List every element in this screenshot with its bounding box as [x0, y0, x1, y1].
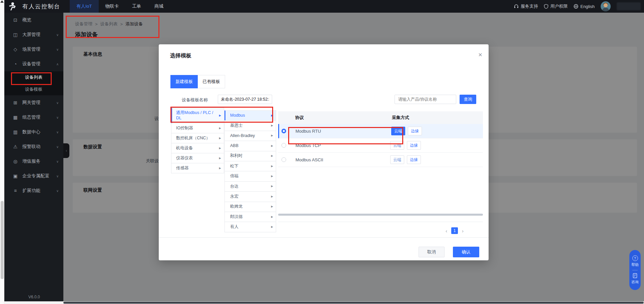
cloud-mode-button[interactable]: 云端 — [390, 141, 404, 150]
sidebar-item-configuration-management[interactable]: ▦ 组态管理 ∨ — [4, 110, 63, 125]
brand-modbus[interactable]: Modbus ▶ — [224, 110, 276, 121]
help-question-icon[interactable]: ? — [632, 255, 638, 261]
cloud-mode-button[interactable]: 云端 — [390, 155, 404, 164]
protocol-column-header: 协议 — [295, 115, 304, 121]
top-tab-usr-iot[interactable]: 有人IoT — [70, 0, 99, 13]
category-instruments[interactable]: 仪器仪表 ▶ — [171, 153, 224, 163]
radio-unselected-icon[interactable] — [281, 157, 286, 162]
table-row-modbus-tcp[interactable]: Modbus TCP 云端 边缘 — [278, 138, 483, 153]
sidebar-item-scene-management[interactable]: ◇ 场景管理 ∨ — [4, 42, 63, 57]
user-permission-button[interactable]: 用户权限 — [544, 3, 568, 9]
caret-right-icon: ▶ — [271, 124, 273, 127]
top-tab-iot-card[interactable]: 物联卡 — [99, 0, 126, 13]
sidebar-item-device-management[interactable]: ◔ 设备管理 ∧ — [4, 57, 63, 71]
cloud-mode-button[interactable]: 云端 — [391, 127, 405, 135]
category-generic-modbus-plc[interactable]: 通用Modbus / PLC / DL ▶ — [171, 108, 224, 123]
template-mode-tabs: 新建模板 已有模板 — [170, 75, 225, 88]
sidebar-item-device-list[interactable]: 设备列表 — [4, 71, 63, 83]
page-next-icon[interactable]: › — [462, 228, 464, 234]
radio-unselected-icon[interactable] — [281, 143, 286, 148]
screen-icon: ◫ — [13, 32, 18, 37]
confirm-button[interactable]: 确认 — [453, 247, 479, 257]
shield-icon — [544, 4, 548, 9]
sidebar-item-data-center[interactable]: ▥ 数据中心 ∨ — [4, 125, 63, 139]
edge-mode-button[interactable]: 边缘 — [408, 127, 422, 135]
page-prev-icon[interactable]: ‹ — [446, 228, 447, 234]
vertical-scrollbar-thumb[interactable] — [1, 201, 4, 279]
version-label: V6.0.0 — [28, 295, 40, 299]
table-row-modbus-ascii[interactable]: Modbus ASCII 云端 边缘 — [278, 153, 483, 167]
tab-new-template[interactable]: 新建模板 — [170, 75, 198, 88]
category-io-controller[interactable]: IO控制器 ▶ — [171, 123, 224, 133]
caret-right-icon: ▶ — [271, 205, 273, 208]
edge-mode-button[interactable]: 边缘 — [407, 141, 421, 150]
sidebar-item-overview[interactable]: ⊡ 概览 — [4, 13, 63, 27]
chevron-down-icon: ∨ — [56, 174, 59, 178]
brand-langhande[interactable]: 郎汉德 ▶ — [224, 212, 276, 222]
scroll-up-arrow-icon[interactable] — [0, 0, 4, 3]
horizontal-scrollbar-track[interactable] — [4, 301, 644, 304]
sidebar-item-value-added-services[interactable]: ◎ 增值服务 ∨ — [4, 154, 63, 169]
extensions-icon: ≡ — [13, 188, 18, 193]
caret-right-icon: ▶ — [271, 165, 273, 168]
caret-right-icon: ▶ — [271, 185, 273, 188]
value-added-icon: ◎ — [13, 159, 18, 164]
sidebar-navigation: ⊡ 概览 ◫ 大屏管理 ∨ ◇ 场景管理 ∨ ◔ 设备管理 ∧ 设备列表 设备模… — [4, 13, 63, 304]
search-input[interactable] — [395, 95, 456, 104]
chevron-down-icon: ∨ — [56, 160, 59, 163]
sidebar-item-device-template[interactable]: 设备模板 — [4, 83, 63, 95]
user-avatar[interactable] — [601, 1, 611, 11]
consult-doc-icon[interactable] — [632, 273, 638, 278]
protocol-table: 协议 采集方式 Modbus RTU 云端 边缘 Modbus TCP 云端 边… — [278, 111, 483, 222]
page-number-current[interactable]: 1 — [451, 227, 458, 234]
horizontal-scrollbar-thumb[interactable] — [63, 302, 644, 304]
top-tab-mall[interactable]: 商城 — [148, 0, 170, 13]
close-icon[interactable]: × — [476, 51, 484, 59]
edge-mode-button[interactable]: 边缘 — [407, 155, 421, 164]
cancel-button[interactable]: 取消 — [419, 247, 445, 257]
sidebar-item-extended-functions[interactable]: ≡ 扩展功能 ∨ — [4, 183, 63, 198]
top-tab-work-order[interactable]: 工单 — [125, 0, 148, 13]
consult-label[interactable]: 咨询 — [631, 280, 639, 285]
brand-beckhoff[interactable]: 倍福 ▶ — [224, 171, 276, 181]
device-management-submenu: 设备列表 设备模板 — [4, 71, 63, 95]
topbar-right-cluster: 服务支持 用户权限 English — [514, 1, 641, 11]
service-support-button[interactable]: 服务支持 — [514, 3, 538, 9]
help-label[interactable]: 帮助 — [631, 262, 639, 267]
chevron-up-icon: ∧ — [56, 62, 59, 66]
caret-right-icon: ▶ — [271, 144, 273, 148]
username-redacted-box — [617, 2, 641, 10]
left-scrollbar-gutter — [0, 0, 4, 304]
avatar-face — [604, 3, 608, 7]
caret-right-icon: ▶ — [271, 195, 273, 198]
sidebar-item-enterprise-config[interactable]: ▣ 企业专属配置 ∨ — [4, 169, 63, 183]
brand-abb[interactable]: ABB ▶ — [224, 141, 276, 151]
caret-right-icon: ▶ — [219, 147, 221, 150]
brand-usr[interactable]: 有人 ▶ — [224, 222, 276, 232]
app-title: 有人云控制台 — [22, 3, 60, 10]
globe-icon — [574, 4, 578, 9]
category-sensors[interactable]: 传感器 ▶ — [171, 163, 224, 173]
select-template-modal: 选择模板 × 新建模板 已有模板 设备模板名称 查询 通用Modbus / PL… — [159, 44, 489, 260]
brand-allen-bradley[interactable]: Allen-Bradley ▶ — [224, 131, 276, 141]
table-horizontal-scrollbar[interactable] — [278, 214, 483, 216]
category-electromechanical[interactable]: 机电设备 ▶ — [171, 143, 224, 153]
brand-delta[interactable]: 台达 ▶ — [224, 181, 276, 192]
pagination: ‹ 1 › — [446, 227, 464, 234]
brand-hollysys[interactable]: 和利时 ▶ — [224, 151, 276, 161]
radio-selected-icon[interactable] — [281, 129, 286, 133]
table-row-modbus-rtu[interactable]: Modbus RTU 云端 边缘 — [278, 124, 483, 138]
template-name-input[interactable] — [218, 95, 272, 104]
category-cnc[interactable]: 数控机床（CNC） ▶ — [171, 133, 224, 143]
search-button[interactable]: 查询 — [460, 95, 476, 104]
device-icon: ◔ — [13, 61, 18, 67]
tab-existing-template[interactable]: 已有模板 — [198, 75, 225, 88]
language-switcher[interactable]: English — [574, 4, 595, 9]
brand-keyence[interactable]: 基恩士 ▶ — [224, 120, 276, 131]
brand-omron[interactable]: 欧姆龙 ▶ — [224, 202, 276, 212]
brand-fatek[interactable]: 永宏 ▶ — [224, 191, 276, 202]
brand-panasonic[interactable]: 松下 ▶ — [224, 161, 276, 171]
sidebar-item-alarm-linkage[interactable]: ⚠ 报警联动 ∨ — [4, 139, 63, 154]
sidebar-item-gateway-management[interactable]: ⊞ 网关管理 ∨ — [4, 95, 63, 110]
sidebar-item-screen-management[interactable]: ◫ 大屏管理 ∨ — [4, 27, 63, 42]
